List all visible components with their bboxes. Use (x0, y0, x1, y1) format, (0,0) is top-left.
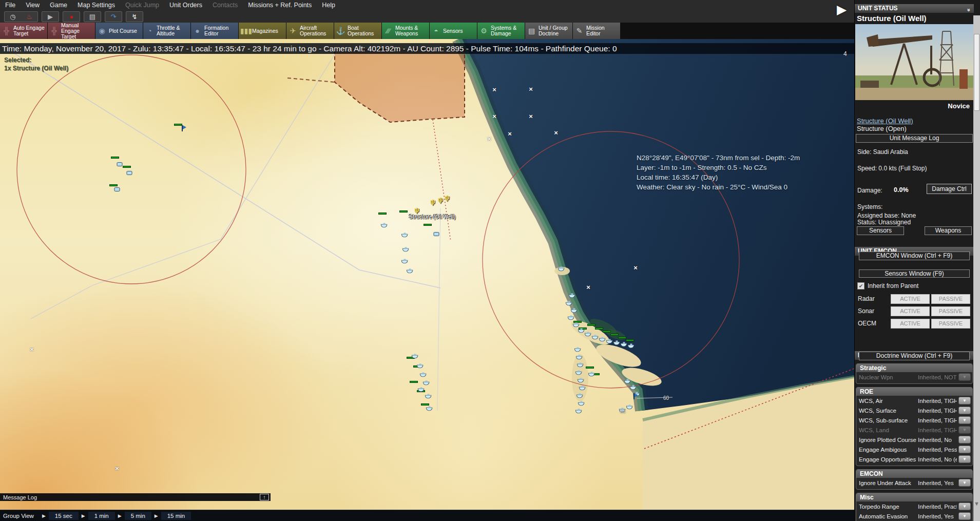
vehicle-unit-symbol[interactable] (117, 162, 123, 166)
flame-button[interactable]: ♨ (21, 12, 37, 22)
dropdown-chevron-button[interactable]: ▼ (958, 407, 971, 414)
dropdown-chevron-button[interactable]: ▼ (958, 512, 971, 520)
ground-unit-symbol[interactable] (123, 166, 131, 168)
ground-unit-symbol[interactable] (109, 184, 118, 186)
collapse-chevron-icon[interactable]: « (964, 8, 972, 11)
menu-item-view[interactable]: View (21, 0, 45, 10)
auto-engage-target-button[interactable]: ╬Auto EngageTarget (0, 23, 47, 39)
dropdown-chevron-button[interactable]: ▼ (958, 503, 971, 510)
reference-point-x[interactable]: × (554, 129, 558, 136)
time-compression-5-min[interactable]: 5 min (125, 512, 151, 520)
menu-item-unit-orders[interactable]: Unit Orders (164, 0, 207, 10)
systems-damage-button[interactable]: ⚙Systems &Damage (477, 23, 525, 39)
vehicle-unit-symbol[interactable] (127, 171, 132, 175)
throttle-altitude-button[interactable]: ◔Throttle &Altitude (143, 23, 190, 39)
menu-item-map-settings[interactable]: Map Settings (72, 0, 120, 10)
vehicle-unit-symbol[interactable] (434, 232, 439, 236)
map-viewport[interactable]: Time: Monday, November 20, 2017 - Zulu: … (0, 39, 854, 521)
reference-point-x[interactable]: × (30, 346, 34, 353)
emcon-window-button[interactable]: EMCON Window (Ctrl + F9) (859, 252, 970, 260)
play-button[interactable]: ▶ (42, 12, 59, 22)
ground-unit-symbol[interactable] (399, 210, 408, 213)
inherit-checkbox[interactable]: ✔ (857, 282, 864, 290)
manual-engage-target-button[interactable]: ╬ManualEngage Target (48, 23, 95, 39)
emcon-active-button-radar[interactable]: ACTIVE (891, 294, 930, 304)
sensors-window-button[interactable]: Sensors Window (F9) (859, 269, 970, 278)
jump-arrow-button[interactable]: ↷ (105, 12, 122, 22)
reference-point-x[interactable]: × (529, 86, 533, 92)
emcon-passive-button-radar[interactable]: PASSIVE (931, 294, 970, 304)
ground-unit-symbol[interactable] (573, 321, 582, 323)
flag-unit-symbol[interactable] (181, 125, 186, 131)
ground-unit-symbol[interactable] (626, 339, 634, 341)
reference-point-x[interactable]: × (487, 136, 491, 142)
unit-message-log-button[interactable]: Unit Message Log (856, 134, 973, 143)
message-log-expand-button[interactable]: ↑ (260, 494, 269, 500)
oil-well-symbol[interactable]: ψ (438, 196, 443, 203)
oil-well-symbol[interactable]: ψ (445, 194, 450, 201)
clock-button[interactable]: ◷ (5, 12, 21, 22)
menu-item-game[interactable]: Game (45, 0, 72, 10)
oil-well-symbol[interactable]: ψ (414, 206, 419, 213)
oil-well-symbol[interactable]: ψ (430, 198, 435, 205)
emcon-passive-button-oecm[interactable]: PASSIVE (931, 319, 970, 329)
aircraft-operations-button[interactable]: ✈AircraftOperations (286, 23, 334, 39)
reference-point-x[interactable]: × (633, 264, 638, 271)
plot-course-button[interactable]: ◉Plot Course (95, 23, 143, 39)
sensors-button[interactable]: ◓Sensors (430, 23, 477, 39)
unit-status-header[interactable]: UNIT STATUS « (855, 4, 974, 13)
ground-unit-symbol[interactable] (618, 337, 626, 339)
ground-unit-symbol[interactable] (587, 324, 595, 326)
sensors-button[interactable]: Sensors (857, 226, 904, 235)
flag-unit-symbol[interactable] (633, 393, 638, 399)
dropdown-chevron-button[interactable]: ▼ (958, 436, 971, 443)
ground-unit-symbol[interactable] (586, 366, 594, 369)
inherit-from-parent-row[interactable]: ✔ Inherit from Parent (855, 282, 974, 290)
ground-unit-symbol[interactable] (603, 331, 611, 333)
emcon-passive-button-sonar[interactable]: PASSIVE (931, 306, 970, 316)
menu-item-file[interactable]: File (0, 0, 21, 10)
dropdown-chevron-button[interactable]: ▼ (958, 479, 971, 487)
reference-point-x[interactable]: × (529, 113, 533, 120)
emcon-active-button-oecm[interactable]: ACTIVE (891, 319, 930, 329)
emcon-active-button-sonar[interactable]: ACTIVE (891, 306, 930, 316)
ground-unit-symbol[interactable] (595, 327, 603, 330)
message-log-bar[interactable]: Message Log ↑ (0, 493, 271, 501)
damage-ctrl-button[interactable]: Damage Ctrl (927, 184, 972, 194)
dropdown-chevron-button[interactable]: ▼ (958, 446, 971, 453)
time-compression-15-min[interactable]: 15 min (161, 512, 191, 520)
sidebar-collapse-arrow-icon[interactable]: ▶ (837, 3, 847, 16)
dropdown-chevron-button[interactable]: ▼ (958, 397, 971, 404)
ground-unit-symbol[interactable] (421, 403, 429, 406)
unit-group-doctrine-button[interactable]: ▤Unit / GroupDoctrine (525, 23, 572, 39)
reference-point-x[interactable]: × (115, 465, 119, 472)
scrollbar-thumb[interactable] (974, 34, 979, 111)
reference-point-x[interactable]: × (508, 130, 512, 137)
mounts-weapons-button[interactable]: ∕∕∕Mounts &Weapons (382, 23, 429, 39)
reference-point-x[interactable]: × (492, 113, 496, 120)
ground-unit-symbol[interactable] (424, 224, 432, 226)
sidebar-scrollbar[interactable]: ▼ (973, 15, 980, 521)
magazines-button[interactable]: ▮▮▮Magazines (239, 23, 286, 39)
unit-name-link[interactable]: Structure (Oil Well) (855, 117, 974, 125)
vehicle-unit-symbol[interactable] (114, 187, 120, 191)
reference-point-x[interactable]: × (492, 86, 496, 93)
dropdown-chevron-button[interactable]: ▼ (958, 455, 971, 463)
dropdown-chevron-button[interactable]: ▼ (958, 416, 971, 424)
menu-item-missions-ref-points[interactable]: Missions + Ref. Points (243, 0, 317, 10)
ground-unit-symbol[interactable] (378, 213, 387, 215)
doctrine-window-button[interactable]: Doctrine Window (Ctrl + F9) (859, 352, 970, 360)
ground-unit-symbol[interactable] (111, 157, 119, 159)
menu-item-help[interactable]: Help (317, 0, 340, 10)
formation-editor-button[interactable]: ●FormationEditor (191, 23, 238, 39)
group-view-label[interactable]: Group View (3, 513, 34, 519)
mission-editor-button[interactable]: ✎MissionEditor (573, 23, 620, 39)
boat-operations-button[interactable]: ⚓BoatOperations (334, 23, 381, 39)
ground-unit-symbol[interactable] (610, 334, 619, 336)
time-compression-1-min[interactable]: 1 min (88, 512, 115, 520)
scroll-down-icon[interactable]: ▼ (973, 500, 980, 507)
time-compression-15-sec[interactable]: 15 sec (49, 512, 79, 520)
ground-unit-symbol[interactable] (410, 381, 418, 383)
reference-point-x[interactable]: × (586, 284, 590, 291)
weapons-button[interactable]: Weapons (925, 226, 972, 235)
